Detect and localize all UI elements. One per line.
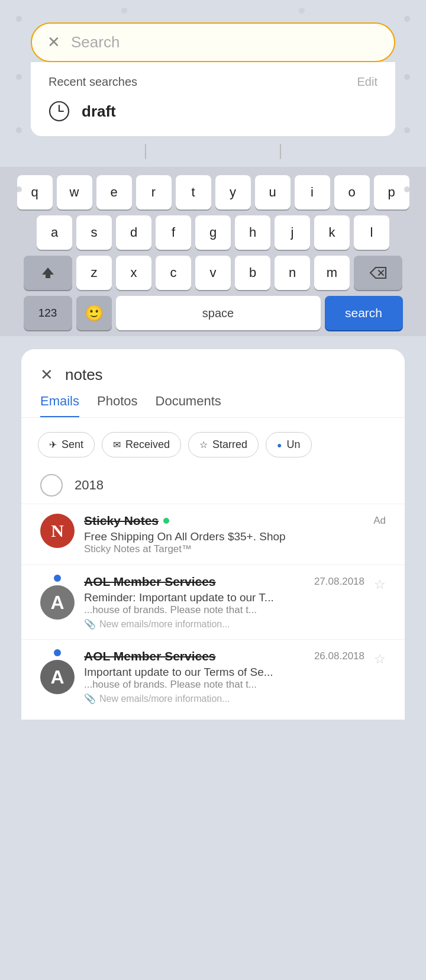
notes-close-button[interactable]: ✕ bbox=[40, 366, 53, 384]
key-a[interactable]: a bbox=[37, 215, 72, 250]
key-numbers[interactable]: 123 bbox=[24, 296, 72, 330]
email-content-0: Sticky Notes Ad Free Shipping On All Ord… bbox=[84, 514, 386, 555]
keyboard-row-3: z x c v b n m bbox=[4, 256, 422, 290]
divider-area bbox=[31, 136, 395, 167]
avatar-0: N bbox=[40, 514, 75, 548]
svg-point-2 bbox=[16, 74, 22, 80]
email-date-2: 26.08.2018 bbox=[314, 650, 364, 662]
email-preview-0: Sticky Notes at Target™ bbox=[84, 543, 386, 555]
year-selector-circle[interactable] bbox=[40, 474, 63, 497]
email-sender-0: Sticky Notes bbox=[84, 514, 159, 528]
email-extra-1: 📎 New emails/more information... bbox=[84, 618, 364, 630]
email-item-1[interactable]: A AOL Member Services 27.08.2018 Reminde… bbox=[21, 565, 405, 639]
key-h[interactable]: h bbox=[235, 215, 270, 250]
search-close-icon[interactable]: ✕ bbox=[47, 33, 60, 51]
tabs: Emails Photos Documents bbox=[21, 394, 405, 418]
tab-photos[interactable]: Photos bbox=[97, 394, 138, 417]
star-icon-1[interactable]: ☆ bbox=[374, 577, 386, 592]
key-y[interactable]: y bbox=[215, 175, 251, 209]
key-r[interactable]: r bbox=[136, 175, 172, 209]
star-icon-2[interactable]: ☆ bbox=[374, 652, 386, 667]
key-backspace[interactable] bbox=[354, 256, 402, 290]
year-label: 2018 bbox=[75, 478, 104, 493]
email-preview-1: ...house of brands. Please note that t..… bbox=[84, 604, 364, 616]
key-emoji[interactable]: 🙂 bbox=[76, 296, 112, 330]
key-f[interactable]: f bbox=[156, 215, 191, 250]
key-m[interactable]: m bbox=[314, 256, 350, 290]
email-extra-text-2: New emails/more information... bbox=[99, 694, 230, 704]
email-sender-2: AOL Member Services bbox=[84, 649, 216, 663]
notes-title: notes bbox=[65, 366, 103, 384]
email-subject-0: Free Shipping On All Orders $35+. Shop bbox=[84, 530, 386, 543]
tab-emails[interactable]: Emails bbox=[40, 394, 79, 417]
key-shift[interactable] bbox=[24, 256, 72, 290]
starred-icon: ☆ bbox=[199, 439, 208, 450]
recent-item-text: draft bbox=[82, 102, 116, 121]
chip-unread[interactable]: ● Un bbox=[266, 432, 311, 457]
email-item-0[interactable]: N Sticky Notes Ad Free Shipping On All O… bbox=[21, 504, 405, 565]
keyboard-row-4: 123 🙂 space search bbox=[4, 296, 422, 330]
divider-left bbox=[145, 144, 146, 159]
keyboard: q w e r t y u i o p a s d f g h j k l bbox=[0, 167, 426, 336]
chip-unread-label: Un bbox=[287, 439, 301, 451]
key-c[interactable]: c bbox=[156, 256, 191, 290]
recent-searches-label: Recent searches bbox=[49, 75, 137, 89]
key-p[interactable]: p bbox=[374, 175, 409, 209]
keyboard-row-2: a s d f g h j k l bbox=[4, 215, 422, 250]
search-bar-container: ✕ Search bbox=[0, 0, 426, 62]
email-subject-2: Important update to our Terms of Se... bbox=[84, 666, 364, 679]
email-subject-1: Reminder: Important update to our T... bbox=[84, 591, 364, 604]
search-placeholder: Search bbox=[71, 33, 120, 51]
email-extra-text-1: New emails/more information... bbox=[99, 619, 230, 630]
svg-point-5 bbox=[404, 74, 410, 80]
recent-item[interactable]: draft bbox=[49, 101, 377, 122]
green-dot-0 bbox=[163, 518, 169, 524]
edit-button[interactable]: Edit bbox=[357, 75, 377, 89]
unread-dot-2 bbox=[54, 649, 61, 656]
key-b[interactable]: b bbox=[235, 256, 270, 290]
divider-right bbox=[280, 144, 281, 159]
recent-searches-panel: Recent searches Edit draft bbox=[31, 62, 395, 136]
year-row: 2018 bbox=[21, 467, 405, 504]
key-l[interactable]: l bbox=[354, 215, 389, 250]
key-v[interactable]: v bbox=[195, 256, 231, 290]
key-g[interactable]: g bbox=[195, 215, 231, 250]
clock-icon bbox=[49, 101, 70, 122]
email-ad-badge-0: Ad bbox=[373, 515, 386, 527]
chip-starred[interactable]: ☆ Starred bbox=[188, 432, 259, 457]
key-q[interactable]: q bbox=[17, 175, 53, 209]
key-u[interactable]: u bbox=[255, 175, 291, 209]
svg-point-6 bbox=[404, 127, 410, 133]
sent-icon: ✈ bbox=[49, 439, 57, 450]
key-n[interactable]: n bbox=[275, 256, 310, 290]
chip-received[interactable]: ✉ Received bbox=[102, 432, 181, 457]
email-preview-2: ...house of brands. Please note that t..… bbox=[84, 679, 364, 691]
key-d[interactable]: d bbox=[116, 215, 151, 250]
chip-starred-label: Starred bbox=[212, 439, 247, 451]
email-date-1: 27.08.2018 bbox=[314, 576, 364, 588]
key-j[interactable]: j bbox=[275, 215, 310, 250]
unread-dot-1 bbox=[54, 575, 61, 582]
email-item-2[interactable]: A AOL Member Services 26.08.2018 Importa… bbox=[21, 639, 405, 714]
email-sender-1: AOL Member Services bbox=[84, 575, 216, 589]
key-e[interactable]: e bbox=[96, 175, 132, 209]
chip-received-label: Received bbox=[125, 439, 170, 451]
key-k[interactable]: k bbox=[314, 215, 350, 250]
avatar-1: A bbox=[40, 585, 75, 620]
search-bar[interactable]: ✕ Search bbox=[31, 22, 395, 62]
filter-chips: ✈ Sent ✉ Received ☆ Starred ● Un bbox=[21, 427, 405, 467]
key-z[interactable]: z bbox=[76, 256, 112, 290]
svg-point-3 bbox=[16, 127, 22, 133]
key-x[interactable]: x bbox=[116, 256, 151, 290]
key-t[interactable]: t bbox=[176, 175, 211, 209]
email-extra-2: 📎 New emails/more information... bbox=[84, 693, 364, 704]
key-w[interactable]: w bbox=[57, 175, 92, 209]
email-content-2: AOL Member Services 26.08.2018 Important… bbox=[84, 649, 364, 704]
key-o[interactable]: o bbox=[334, 175, 370, 209]
tab-documents[interactable]: Documents bbox=[156, 394, 221, 417]
key-s[interactable]: s bbox=[76, 215, 112, 250]
key-i[interactable]: i bbox=[295, 175, 330, 209]
chip-sent[interactable]: ✈ Sent bbox=[38, 432, 95, 457]
key-search[interactable]: search bbox=[325, 296, 403, 330]
key-space[interactable]: space bbox=[116, 296, 321, 330]
